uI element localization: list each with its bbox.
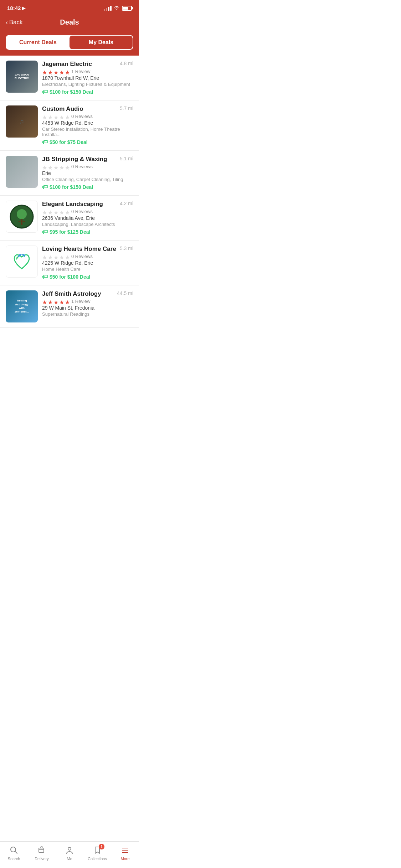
listing-info: Jeff Smith Astrology 44.5 mi ★★★★★ 1 Rev…: [42, 290, 133, 317]
listing-deal: 🏷 $100 for $150 Deal: [42, 89, 133, 95]
listing-distance: 44.5 mi: [117, 290, 133, 296]
deal-text: $50 for $75 Deal: [50, 139, 88, 145]
review-count: 0 Reviews: [71, 114, 93, 119]
deal-tag-icon: 🏷: [42, 139, 48, 145]
listing-thumb: [6, 246, 38, 278]
listing-info: Custom Audio 5.7 mi ★★★★★ 0 Reviews 4453…: [42, 105, 133, 145]
signal-icon: [104, 6, 112, 11]
listing-address: 1870 Townhall Rd W, Erie: [42, 75, 133, 81]
listing-address: 29 W Main St, Fredonia: [42, 305, 133, 311]
svg-point-1: [17, 209, 27, 219]
listing-thumb: JAGEMANELECTRIC: [6, 61, 38, 93]
listing-address: 2636 Vandalia Ave, Erie: [42, 215, 133, 221]
listing-name-row: Custom Audio 5.7 mi: [42, 105, 133, 113]
list-item[interactable]: 🎵 Custom Audio 5.7 mi ★★★★★ 0 Reviews 44…: [0, 100, 139, 151]
tab-toggle: Current Deals My Deals: [0, 32, 139, 56]
chevron-left-icon: ‹: [6, 19, 8, 26]
back-label: Back: [9, 19, 23, 26]
status-indicators: [104, 5, 132, 11]
listing-name: Loving Hearts Home Care: [42, 246, 117, 253]
tab-current-deals[interactable]: Current Deals: [6, 36, 70, 49]
location-icon: ▶: [22, 6, 25, 11]
list-item[interactable]: TurningAstrologywithJeff Smit... Jeff Sm…: [0, 285, 139, 328]
list-item[interactable]: JAGEMANELECTRIC Jageman Electric 4.8 mi …: [0, 56, 139, 100]
deal-tag-icon: 🏷: [42, 274, 48, 280]
review-count: 0 Reviews: [71, 209, 93, 214]
listing-name-row: Jeff Smith Astrology 44.5 mi: [42, 290, 133, 298]
deal-tag-icon: 🏷: [42, 229, 48, 235]
toggle-container: Current Deals My Deals: [6, 35, 133, 50]
listings-list: JAGEMANELECTRIC Jageman Electric 4.8 mi …: [0, 56, 139, 328]
listing-distance: 4.8 mi: [120, 61, 133, 66]
listing-deal: 🏷 $50 for $75 Deal: [42, 139, 133, 145]
listing-info: Jageman Electric 4.8 mi ★★★★★ 1 Review 1…: [42, 61, 133, 95]
header: ‹ Back Deals: [0, 14, 139, 32]
listing-name-row: Jageman Electric 4.8 mi: [42, 61, 133, 68]
stars-row: ★★★★★ 0 Reviews: [42, 114, 133, 119]
deal-tag-icon: 🏷: [42, 184, 48, 190]
listing-thumb: 🎵: [6, 105, 38, 138]
status-time: 18:42: [7, 5, 21, 11]
deal-text: $50 for $100 Deal: [50, 274, 90, 280]
listing-info: JB Stripping & Waxing 5.1 mi ★★★★★ 0 Rev…: [42, 156, 133, 190]
listing-distance: 4.2 mi: [120, 201, 133, 206]
listing-name-row: Loving Hearts Home Care 5.3 mi: [42, 246, 133, 253]
review-count: 0 Reviews: [71, 164, 93, 169]
listing-address: 4225 W Ridge Rd, Erie: [42, 260, 133, 266]
deal-text: $100 for $150 Deal: [50, 89, 93, 95]
listing-thumb: [6, 201, 38, 233]
listing-name: Elegant Landscaping: [42, 201, 117, 208]
status-bar: 18:42 ▶: [0, 0, 139, 14]
listing-name: JB Stripping & Waxing: [42, 156, 117, 163]
back-button[interactable]: ‹ Back: [6, 19, 22, 26]
listing-deal: 🏷 $100 for $150 Deal: [42, 184, 133, 190]
listing-distance: 5.7 mi: [120, 105, 133, 111]
listing-category: Home Health Care: [42, 267, 133, 272]
listing-category: Supernatural Readings: [42, 311, 133, 317]
listing-deal: 🏷 $50 for $100 Deal: [42, 274, 133, 280]
listing-name: Jeff Smith Astrology: [42, 290, 114, 298]
stars-row: ★★★★★ 1 Review: [42, 69, 133, 74]
list-item[interactable]: Loving Hearts Home Care 5.3 mi ★★★★★ 0 R…: [0, 241, 139, 285]
list-item[interactable]: JB Stripping & Waxing 5.1 mi ★★★★★ 0 Rev…: [0, 151, 139, 196]
stars-row: ★★★★★ 0 Reviews: [42, 164, 133, 169]
listing-distance: 5.3 mi: [120, 246, 133, 251]
listing-thumb: [6, 156, 38, 188]
stars-row: ★★★★★ 0 Reviews: [42, 254, 133, 259]
listing-name-row: JB Stripping & Waxing 5.1 mi: [42, 156, 133, 163]
review-count: 0 Reviews: [71, 254, 93, 259]
review-count: 1 Review: [71, 299, 90, 304]
tab-my-deals[interactable]: My Deals: [70, 36, 133, 49]
listing-address: Erie: [42, 170, 133, 176]
listing-name: Custom Audio: [42, 105, 117, 113]
listing-category: Landscaping, Landscape Architects: [42, 222, 133, 227]
listing-thumb: TurningAstrologywithJeff Smit...: [6, 290, 38, 322]
listing-category: Electricians, Lighting Fixtures & Equipm…: [42, 82, 133, 87]
listing-name-row: Elegant Landscaping 4.2 mi: [42, 201, 133, 208]
listing-name: Jageman Electric: [42, 61, 117, 68]
listing-category: Car Stereo Installation, Home Theatre In…: [42, 126, 133, 137]
stars-row: ★★★★★ 0 Reviews: [42, 209, 133, 214]
listings-container: JAGEMANELECTRIC Jageman Electric 4.8 mi …: [0, 56, 139, 360]
deal-tag-icon: 🏷: [42, 89, 48, 95]
listing-deal: 🏷 $95 for $125 Deal: [42, 229, 133, 235]
deal-text: $95 for $125 Deal: [50, 229, 90, 235]
listing-category: Office Cleaning, Carpet Cleaning, Tiling: [42, 177, 133, 182]
listing-address: 4453 W Ridge Rd, Erie: [42, 120, 133, 126]
page-title: Deals: [60, 18, 79, 26]
wifi-icon: [114, 5, 120, 11]
deal-text: $100 for $150 Deal: [50, 184, 93, 190]
review-count: 1 Review: [71, 69, 90, 74]
listing-info: Elegant Landscaping 4.2 mi ★★★★★ 0 Revie…: [42, 201, 133, 235]
listing-info: Loving Hearts Home Care 5.3 mi ★★★★★ 0 R…: [42, 246, 133, 280]
stars-row: ★★★★★ 1 Review: [42, 299, 133, 304]
list-item[interactable]: Elegant Landscaping 4.2 mi ★★★★★ 0 Revie…: [0, 196, 139, 241]
svg-point-2: [10, 250, 33, 273]
battery-icon: [122, 6, 132, 11]
listing-distance: 5.1 mi: [120, 156, 133, 161]
